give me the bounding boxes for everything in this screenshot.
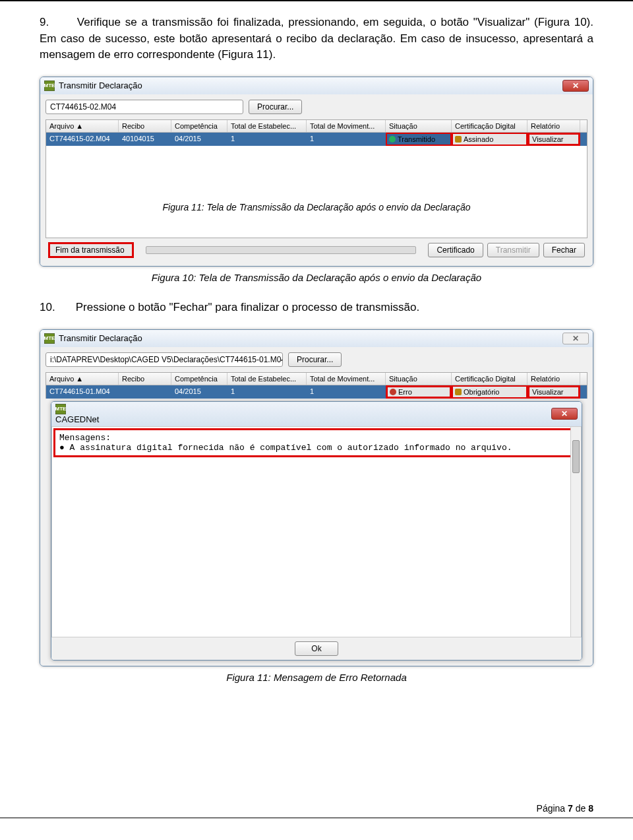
cagednet-title: CAGEDNet — [55, 414, 99, 424]
status-error-icon — [390, 389, 396, 395]
col-relatorio[interactable]: Relatório — [528, 373, 580, 385]
cell-cert-text: Assinado — [464, 135, 493, 143]
app-icon: MTE — [44, 333, 55, 344]
browse-button[interactable]: Procurar... — [249, 100, 302, 114]
footer-current-page: 7 — [568, 803, 573, 814]
cell-arquivo: CT744615-01.M04 — [46, 385, 119, 399]
fechar-button[interactable]: Fechar — [543, 243, 585, 257]
file-path-input[interactable]: i:\DATAPREV\Desktop\CAGED V5\Declarações… — [45, 352, 283, 367]
fig11-caption: Figura 11: Mensagem de Erro Retornada — [40, 672, 593, 683]
browse-button[interactable]: Procurar... — [288, 352, 342, 367]
cell-sit-text: Transmitido — [398, 135, 435, 143]
footer-total-pages: 8 — [588, 803, 593, 814]
cell-estab: 1 — [227, 133, 307, 146]
col-arquivo[interactable]: Arquivo ▲ — [46, 120, 119, 132]
cell-estab: 1 — [227, 385, 307, 399]
cagednet-dialog: MTE CAGEDNet ✕ Mensagens: ● A assinatura… — [51, 401, 582, 661]
footer-mid: de — [573, 803, 588, 814]
col-moviment[interactable]: Total de Moviment... — [307, 120, 386, 132]
progress-bar — [146, 246, 416, 254]
footer-prefix: Página — [537, 803, 568, 814]
col-situacao[interactable]: Situação — [386, 373, 452, 385]
scrollbar[interactable] — [570, 427, 581, 637]
visualizar-button-highlight[interactable]: Visualizar — [528, 385, 580, 399]
col-relatorio[interactable]: Relatório — [528, 120, 580, 132]
step-10-number: 10. — [40, 300, 73, 316]
cell-comp: 04/2015 — [171, 133, 227, 146]
cell-comp: 04/2015 — [171, 385, 227, 399]
table-header: Arquivo ▲ Recibo Competência Total de Es… — [46, 373, 587, 385]
cell-movim: 1 — [307, 385, 386, 399]
col-competencia[interactable]: Competência — [171, 120, 227, 132]
col-moviment[interactable]: Total de Moviment... — [307, 373, 386, 385]
close-icon[interactable]: ✕ — [551, 408, 578, 420]
scroll-thumb[interactable] — [572, 440, 580, 473]
cell-movim: 1 — [307, 133, 386, 146]
message-body: Mensagens: ● A assinatura digital fornec… — [51, 426, 582, 637]
fig10-table: Arquivo ▲ Recibo Competência Total de Es… — [45, 119, 588, 238]
cell-situacao-highlight: Transmitido — [386, 133, 452, 146]
fig10-caption: Figura 10: Tela de Transmissão da Declar… — [40, 272, 593, 283]
fig11-window-title: Transmitir Declaração — [59, 333, 142, 343]
status-ok-icon — [389, 136, 396, 143]
fig11-window: MTE Transmitir Declaração ✕ i:\DATAPREV\… — [40, 329, 593, 666]
page-footer: Página 7 de 8 — [537, 803, 593, 814]
ok-button[interactable]: Ok — [295, 641, 338, 656]
col-competencia[interactable]: Competência — [171, 373, 227, 385]
step-9-text: Verifique se a transmissão foi finalizad… — [40, 16, 593, 61]
cell-recibo: 40104015 — [119, 133, 171, 146]
status-fim-transmissao: Fim da transmissão — [48, 242, 134, 258]
col-situacao[interactable]: Situação — [386, 120, 452, 132]
fig10-window: MTE Transmitir Declaração ✕ CT744615-02.… — [40, 77, 593, 267]
visualizar-button-highlight[interactable]: Visualizar — [528, 133, 580, 146]
close-icon[interactable]: ✕ — [562, 333, 589, 344]
file-path-input[interactable]: CT744615-02.M04 — [45, 100, 243, 114]
key-icon — [455, 136, 462, 143]
col-recibo[interactable]: Recibo — [119, 373, 171, 385]
cell-cert-text: Obrigatório — [464, 388, 499, 396]
col-estabelec[interactable]: Total de Estabelec... — [227, 373, 307, 385]
step-9-number: 9. — [40, 15, 73, 31]
cell-situacao-error-highlight: Erro — [386, 385, 452, 399]
error-message-text: ● A assinatura digital fornecida não é c… — [59, 443, 574, 453]
fig11-titlebar: MTE Transmitir Declaração ✕ — [40, 330, 593, 347]
step-9-paragraph: 9. Verifique se a transmissão foi finali… — [40, 15, 593, 63]
app-icon: MTE — [44, 81, 55, 91]
certificado-button[interactable]: Certificado — [428, 243, 483, 257]
cell-cert-highlight: Obrigatório — [452, 385, 528, 399]
cell-recibo — [119, 385, 171, 399]
cell-arquivo: CT744615-02.M04 — [46, 133, 119, 146]
error-message-highlight: Mensagens: ● A assinatura digital fornec… — [53, 428, 580, 457]
key-icon — [455, 389, 462, 395]
col-cert[interactable]: Certificação Digital — [452, 373, 528, 385]
table-row[interactable]: CT744615-01.M04 04/2015 1 1 Erro Obrigat… — [46, 385, 587, 399]
cell-cert-highlight: Assinado — [452, 133, 528, 146]
table-header: Arquivo ▲ Recibo Competência Total de Es… — [46, 120, 587, 133]
col-recibo[interactable]: Recibo — [119, 120, 171, 132]
step-10-text: Pressione o botão "Fechar" para finaliza… — [76, 301, 419, 313]
close-icon[interactable]: ✕ — [562, 80, 589, 92]
col-cert[interactable]: Certificação Digital — [452, 120, 528, 132]
fig10-window-title: Transmitir Declaração — [59, 81, 142, 90]
col-arquivo[interactable]: Arquivo ▲ — [46, 373, 119, 385]
cell-sit-text: Erro — [398, 388, 412, 396]
messages-label: Mensagens: — [59, 433, 574, 443]
table-row[interactable]: CT744615-02.M04 40104015 04/2015 1 1 Tra… — [46, 133, 587, 146]
step-10-paragraph: 10. Pressione o botão "Fechar" para fina… — [40, 300, 593, 316]
fig10-titlebar: MTE Transmitir Declaração ✕ — [40, 77, 593, 94]
app-icon: MTE — [55, 404, 66, 414]
fig10-inside-caption: Figura 11: Tela de Transmissão da Declar… — [46, 202, 587, 212]
col-estabelec[interactable]: Total de Estabelec... — [227, 120, 307, 132]
transmitir-button: Transmitir — [487, 243, 539, 257]
